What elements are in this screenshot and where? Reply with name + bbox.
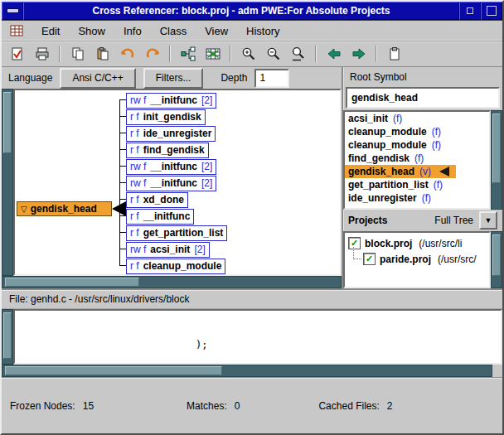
- title-bar[interactable]: Cross Referencer: block.proj - adm PWE:F…: [2, 2, 502, 21]
- grid-icon: [206, 46, 220, 61]
- symbol-list-item[interactable]: ide_unregister(f): [345, 191, 489, 205]
- graph-node[interactable]: r fget_partition_list: [126, 225, 227, 241]
- graph-node[interactable]: rw f__initfunc[2]: [126, 93, 216, 109]
- graph-node[interactable]: r finit_gendisk: [126, 109, 206, 125]
- root-link-arrow-icon: [112, 201, 126, 216]
- source-code-view[interactable]: ); struct gendisk *gendisk_head = NULL; …: [13, 309, 502, 365]
- scrollbar-thumb[interactable]: [5, 366, 222, 375]
- graph-column: Language Ansi C/C++ Filters... Depth 1 ▽…: [2, 67, 342, 288]
- zoom-select-icon: [291, 46, 306, 61]
- grid-button[interactable]: [202, 44, 223, 64]
- menu-bar: Edit Show Info Class View History: [2, 21, 502, 41]
- minimize-button[interactable]: [459, 2, 481, 20]
- menu-info[interactable]: Info: [124, 25, 142, 37]
- symbol-list-item[interactable]: cleanup_module(f): [345, 138, 489, 152]
- paste-button[interactable]: [92, 44, 113, 64]
- zoom-in-button[interactable]: [238, 44, 259, 64]
- symbol-list-scrollbar[interactable]: [491, 110, 502, 210]
- cached-files-label: Cached Files:: [318, 400, 379, 412]
- scrollbar-thumb[interactable]: [3, 312, 12, 359]
- root-symbol-header: Root Symbol: [350, 71, 407, 83]
- graph-node[interactable]: rw f__initfunc[2]: [126, 176, 216, 191]
- root-symbol-input[interactable]: gendisk_head: [346, 87, 500, 109]
- graph-node[interactable]: r fxd_done: [126, 192, 188, 208]
- project-list-item[interactable]: ✓ block.proj (/usr/src/li: [345, 235, 489, 251]
- tree-branch-line: [353, 247, 361, 259]
- symbol-list-item-selected[interactable]: gendisk_head(v): [345, 165, 456, 178]
- project-view-value: Full Tree: [434, 215, 473, 226]
- project-list-scrollbar[interactable]: [491, 231, 502, 288]
- frozen-nodes-label: Frozen Nodes:: [10, 400, 75, 412]
- file-title: File: genhd.c - /usr/src/linux/drivers/b…: [9, 293, 189, 305]
- back-button[interactable]: [323, 44, 344, 64]
- toolbar-separator: [315, 46, 317, 62]
- chevron-down-icon: ▼: [485, 216, 492, 225]
- menu-edit[interactable]: Edit: [41, 25, 60, 37]
- redo-icon: [145, 46, 160, 61]
- filters-button[interactable]: Filters...: [143, 68, 204, 89]
- print-button[interactable]: [32, 44, 52, 64]
- code-vertical-scrollbar[interactable]: [2, 309, 13, 365]
- print-icon: [35, 46, 50, 61]
- zoom-out-button[interactable]: [263, 44, 284, 64]
- app-grid-icon[interactable]: [10, 25, 23, 36]
- redo-button[interactable]: [142, 44, 162, 64]
- graph-node[interactable]: r ffind_gendisk: [126, 143, 209, 158]
- menu-history[interactable]: History: [246, 25, 279, 37]
- menu-show[interactable]: Show: [78, 25, 105, 37]
- graph-node[interactable]: rw f__initfunc[2]: [126, 159, 216, 175]
- status-bar: Frozen Nodes:15 Matches:0 Cached Files:2: [2, 377, 502, 433]
- language-dropdown[interactable]: Ansi C/C++: [60, 68, 135, 89]
- graph-vertical-scrollbar[interactable]: [2, 89, 13, 276]
- copy-button[interactable]: [67, 44, 88, 64]
- depth-input[interactable]: 1: [254, 69, 289, 88]
- graph-node[interactable]: r f__initfunc: [126, 209, 194, 225]
- graph-root-node[interactable]: ▽ gendisk_head: [17, 201, 112, 216]
- scrollbar-thumb[interactable]: [492, 114, 501, 183]
- projects-label: Projects: [348, 215, 387, 226]
- graph-node[interactable]: rw facsi_init[2]: [126, 242, 210, 258]
- call-graph-view[interactable]: ▽ gendisk_head rw f__initfunc[2] r finit…: [13, 89, 342, 276]
- back-icon: [327, 46, 342, 61]
- maximize-icon: [487, 6, 497, 16]
- clipboard-button[interactable]: [384, 44, 405, 64]
- symbol-list-item[interactable]: acsi_init(f): [345, 112, 489, 125]
- symbol-list-item[interactable]: get_partition_list(f): [345, 178, 489, 191]
- graph-horizontal-scrollbar[interactable]: [2, 276, 342, 288]
- menu-view[interactable]: View: [205, 25, 228, 37]
- window-title: Cross Referencer: block.proj - adm PWE:F…: [23, 2, 459, 20]
- graph-node[interactable]: r fcleanup_module: [126, 259, 225, 274]
- project-checkbox[interactable]: ✓: [363, 253, 376, 265]
- undo-button[interactable]: [117, 44, 138, 64]
- project-list: ✓ block.proj (/usr/src/li ✓ paride.proj …: [343, 231, 491, 288]
- projects-header: Projects Full Tree ▼: [343, 210, 502, 231]
- window-menu-button[interactable]: [2, 2, 23, 20]
- scrollbar-thumb[interactable]: [5, 278, 139, 287]
- menu-class[interactable]: Class: [160, 25, 187, 37]
- graph-node[interactable]: r fide_unregister: [126, 126, 216, 142]
- clipboard-icon: [387, 46, 402, 61]
- symbol-list-item[interactable]: find_gendisk(f): [345, 152, 489, 165]
- zoom-select-button[interactable]: [288, 44, 308, 64]
- main-content: Language Ansi C/C++ Filters... Depth 1 ▽…: [2, 67, 502, 288]
- scrollbar-thumb[interactable]: [492, 234, 501, 276]
- file-header: File: genhd.c - /usr/src/linux/drivers/b…: [2, 288, 502, 309]
- copy-icon: [70, 46, 85, 61]
- symbol-panel: Root Symbol gendisk_head acsi_init(f) cl…: [342, 67, 502, 288]
- verify-button[interactable]: [7, 44, 27, 64]
- dropdown-button[interactable]: ▼: [479, 211, 497, 230]
- maximize-button[interactable]: [481, 2, 502, 20]
- check-icon: ✓: [366, 254, 373, 263]
- code-horizontal-scrollbar[interactable]: [2, 365, 492, 377]
- frozen-nodes-value: 15: [83, 400, 94, 412]
- symbol-list-item[interactable]: cleanup_module(f): [345, 125, 489, 138]
- paste-icon: [95, 46, 110, 61]
- zoom-in-icon: [241, 46, 256, 61]
- toolbar-separator: [59, 46, 61, 62]
- project-view-dropdown[interactable]: Full Tree ▼: [434, 211, 497, 230]
- hierarchy-button[interactable]: [177, 44, 198, 64]
- root-node-label: gendisk_head: [31, 203, 97, 215]
- scrollbar-thumb[interactable]: [3, 92, 12, 153]
- project-list-item[interactable]: ✓ paride.proj (/usr/src/: [345, 251, 489, 267]
- forward-button[interactable]: [348, 44, 369, 64]
